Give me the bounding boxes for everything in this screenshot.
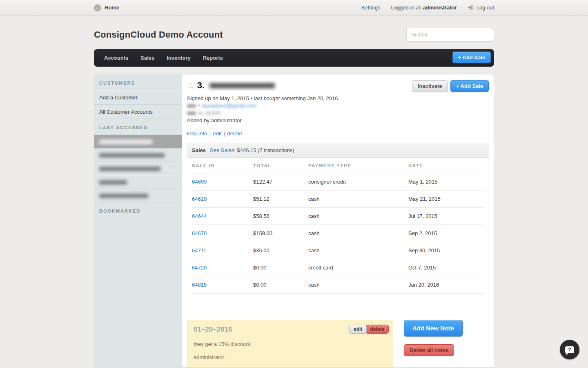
table-cell: $0.00 bbox=[253, 259, 308, 276]
table-cell: 64609 bbox=[192, 173, 253, 191]
help-chat-bubble-icon: ? bbox=[565, 346, 574, 353]
customer-address-redacted: AL 81505 bbox=[198, 110, 220, 117]
table-row: 64670$159.00cashSep 2, 2015 bbox=[192, 225, 484, 242]
table-row: 64619$51.12cashMay 21, 2015 bbox=[192, 191, 484, 208]
logout-label: Log out bbox=[477, 4, 494, 11]
sale-id-link[interactable]: 64619 bbox=[192, 196, 207, 202]
redacted-text bbox=[187, 104, 196, 108]
edit-note-button[interactable]: edit bbox=[349, 325, 367, 334]
main-nav: Accounts Sales Inventory Reports + Add S… bbox=[94, 49, 494, 67]
help-button[interactable]: ? bbox=[560, 340, 579, 359]
sidebar-item-all-customer-accounts[interactable]: All Customer Accounts bbox=[94, 105, 182, 119]
table-cell: 64711 bbox=[192, 242, 253, 259]
table-column-header: TOTAL bbox=[253, 158, 308, 173]
nav-item-reports[interactable]: Reports bbox=[197, 49, 229, 67]
customer-number: 3. bbox=[197, 80, 205, 91]
back-arrow-icon: ← bbox=[94, 4, 101, 11]
sale-id-link[interactable]: 64720 bbox=[192, 265, 207, 271]
link-separator: | bbox=[224, 130, 225, 137]
table-column-header: DATE bbox=[408, 158, 484, 173]
table-cell: credit card bbox=[308, 259, 408, 276]
settings-link[interactable]: Settings bbox=[361, 4, 380, 11]
sales-table-body: 64609$122.47consignor creditMay 1, 20156… bbox=[192, 173, 484, 294]
sale-id-link[interactable]: 64670 bbox=[192, 230, 207, 236]
table-cell: $122.47 bbox=[253, 173, 308, 191]
table-cell: Jan 20, 2016 bbox=[408, 276, 484, 294]
table-cell: 64815 bbox=[192, 276, 253, 294]
table-header-row: SALE IDTOTALPAYMENT TYPEDATE bbox=[192, 158, 484, 173]
edit-customer-link[interactable]: edit bbox=[213, 130, 222, 137]
delete-customer-link[interactable]: delete bbox=[227, 130, 242, 137]
nav-item-sales[interactable]: Sales bbox=[134, 49, 160, 67]
sale-id-link[interactable]: 64644 bbox=[192, 213, 207, 219]
sidebar: CUSTOMERS Add a Customer All Customer Ac… bbox=[94, 74, 182, 367]
sale-id-link[interactable]: 64609 bbox=[192, 179, 207, 185]
table-cell: $0.00 bbox=[253, 276, 308, 294]
signup-line: Signed up on May 1, 2015 • last bought s… bbox=[187, 95, 489, 102]
table-cell: $159.00 bbox=[253, 225, 308, 242]
sidebar-item-recent-customer[interactable] bbox=[94, 175, 182, 189]
add-new-note-button[interactable]: Add New Note bbox=[404, 320, 463, 337]
table-row: 64711$35.00cashSep 30, 2015 bbox=[192, 242, 484, 259]
logout-button[interactable]: Log out bbox=[468, 4, 494, 11]
bullet-separator: • bbox=[198, 102, 200, 109]
table-cell: Oct 7, 2015 bbox=[408, 259, 484, 276]
delete-note-button[interactable]: delete bbox=[365, 325, 389, 334]
nav-item-inventory[interactable]: Inventory bbox=[160, 49, 197, 67]
sale-id-link[interactable]: 64815 bbox=[192, 282, 207, 288]
sidebar-heading-customers: CUSTOMERS bbox=[94, 74, 182, 90]
table-cell: Sep 2, 2015 bbox=[408, 225, 484, 242]
note-body: they get a 15% discount bbox=[194, 341, 387, 347]
sales-summary-total: : $426.15 (7 transactions) bbox=[234, 147, 294, 153]
note-card: 01–20–2016 edit delete they get a 15% di… bbox=[187, 320, 393, 367]
table-cell: 64720 bbox=[192, 259, 253, 276]
top-bar: ← Home Settings Logged in as administrat… bbox=[0, 0, 588, 16]
help-glyph: ? bbox=[568, 347, 571, 352]
search-input[interactable] bbox=[406, 28, 494, 42]
logged-in-status: Logged in as administrator bbox=[391, 4, 457, 11]
sidebar-heading-bookmarked: BOOKMARKED bbox=[94, 202, 182, 218]
page-title: ConsignCloud Demo Account bbox=[94, 29, 223, 40]
customer-email-line: • laurastorm@gmail.com bbox=[187, 102, 489, 109]
table-column-header: SALE ID bbox=[192, 158, 253, 173]
note-author: administrator bbox=[194, 354, 387, 360]
nav-item-accounts[interactable]: Accounts bbox=[98, 49, 134, 67]
table-row: 64815$0.00cashJan 20, 2016 bbox=[192, 276, 484, 294]
customer-address-line: AL 81505 bbox=[187, 110, 489, 117]
customer-detail: ☆ 3. Inactivate + Add Sale Signed up on … bbox=[182, 74, 494, 367]
table-cell: cash bbox=[308, 242, 408, 259]
table-cell: $35.00 bbox=[253, 242, 308, 259]
add-sale-button-nav[interactable]: + Add Sale bbox=[452, 52, 491, 63]
customer-name-redacted bbox=[209, 83, 275, 88]
home-label: Home bbox=[105, 4, 119, 11]
table-cell: May 1, 2015 bbox=[408, 173, 484, 191]
inactivate-button[interactable]: Inactivate bbox=[412, 80, 448, 92]
sidebar-item-add-customer[interactable]: Add a Customer bbox=[94, 90, 182, 105]
sidebar-item-recent-customer[interactable] bbox=[94, 189, 182, 202]
sidebar-item-recent-customer[interactable] bbox=[94, 148, 182, 162]
sales-summary-bar: SalesSee Sales: $426.15 (7 transactions) bbox=[187, 143, 489, 158]
sale-id-link[interactable]: 64711 bbox=[192, 247, 206, 254]
less-info-link[interactable]: less info bbox=[187, 130, 207, 137]
content-panel: CUSTOMERS Add a Customer All Customer Ac… bbox=[94, 74, 494, 367]
table-row: 64609$122.47consignor creditMay 1, 2015 bbox=[192, 173, 484, 191]
sidebar-item-recent-customer[interactable] bbox=[94, 162, 182, 175]
table-column-header: PAYMENT TYPE bbox=[308, 158, 408, 173]
table-cell: cash bbox=[308, 225, 408, 242]
add-sale-button-customer[interactable]: + Add Sale bbox=[450, 80, 489, 92]
see-sales-link[interactable]: See Sales bbox=[210, 147, 234, 153]
sales-table: SALE IDTOTALPAYMENT TYPEDATE 64609$122.4… bbox=[192, 158, 484, 294]
table-cell: cash bbox=[308, 276, 408, 294]
customer-email-redacted: laurastorm@gmail.com bbox=[202, 102, 256, 109]
bookmark-star-icon[interactable]: ☆ bbox=[187, 81, 195, 90]
table-row: 64644$58.56cashJul 17, 2015 bbox=[192, 208, 484, 225]
sales-summary-label: Sales bbox=[192, 147, 206, 153]
table-cell: cash bbox=[308, 191, 408, 208]
table-cell: $51.12 bbox=[253, 191, 308, 208]
delete-all-notes-button[interactable]: Delete all notes bbox=[404, 344, 454, 356]
home-button[interactable]: ← Home bbox=[94, 4, 119, 11]
link-separator: | bbox=[209, 130, 211, 137]
table-cell: 64619 bbox=[192, 191, 253, 208]
table-cell: 64670 bbox=[192, 225, 253, 242]
sidebar-item-recent-customer-selected[interactable] bbox=[94, 135, 182, 148]
